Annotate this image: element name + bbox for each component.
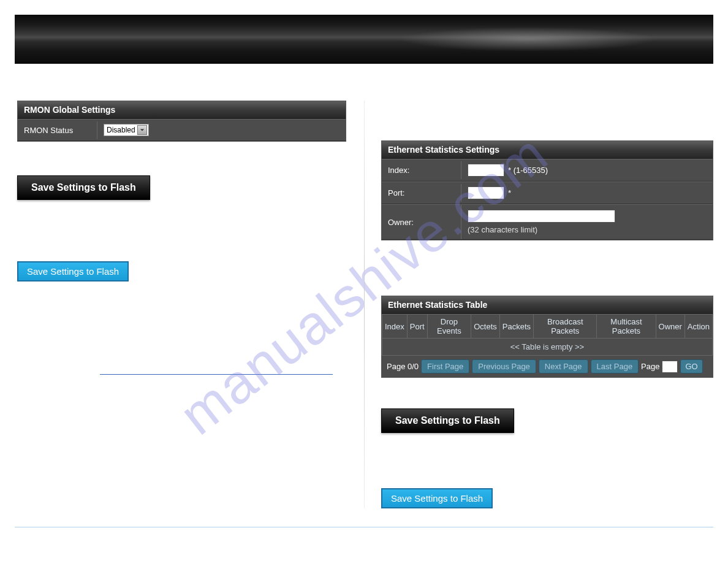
- col-multicast: Multicast Packets: [597, 315, 656, 339]
- col-drop-events: Drop Events: [427, 315, 471, 339]
- eth-owner-row: Owner: (32 characters limit): [382, 204, 713, 240]
- eth-table-header: Ethernet Statistics Table: [382, 296, 713, 314]
- link-underline: [100, 373, 333, 375]
- col-octets: Octets: [471, 315, 500, 339]
- ethernet-statistics-table-panel: Ethernet Statistics Table Index Port Dro…: [381, 296, 713, 378]
- col-broadcast: Broadcast Packets: [534, 315, 597, 339]
- last-page-button[interactable]: Last Page: [591, 359, 639, 373]
- save-settings-button-black-left[interactable]: Save Settings to Flash: [17, 175, 150, 200]
- eth-index-label: Index:: [382, 161, 461, 179]
- previous-page-button[interactable]: Previous Page: [472, 359, 536, 373]
- chevron-down-icon: [137, 125, 147, 135]
- eth-index-hint: * (1-65535): [508, 166, 548, 175]
- eth-owner-input[interactable]: [468, 210, 615, 223]
- pager: Page 0/0 First Page Previous Page Next P…: [382, 356, 713, 377]
- eth-settings-header: Ethernet Statistics Settings: [382, 141, 713, 159]
- col-packets: Packets: [499, 315, 533, 339]
- col-action: Action: [684, 315, 712, 339]
- rmon-global-settings-panel: RMON Global Settings RMON Status Disable…: [17, 101, 346, 142]
- eth-statistics-table: Index Port Drop Events Octets Packets Br…: [382, 314, 713, 356]
- page-word: Page: [641, 362, 659, 371]
- rmon-panel-header: RMON Global Settings: [18, 101, 346, 119]
- header-banner: [15, 15, 713, 64]
- rmon-status-label: RMON Status: [18, 121, 97, 139]
- eth-index-row: Index: * (1-65535): [382, 159, 713, 182]
- next-page-button[interactable]: Next Page: [539, 359, 588, 373]
- col-owner: Owner: [656, 315, 684, 339]
- eth-port-row: Port: *: [382, 182, 713, 204]
- eth-owner-label: Owner:: [382, 205, 461, 239]
- eth-owner-hint: (32 characters limit): [468, 225, 537, 234]
- save-settings-button-blue-left[interactable]: Save Settings to Flash: [17, 261, 129, 282]
- save-settings-button-blue-right[interactable]: Save Settings to Flash: [381, 488, 493, 508]
- ethernet-statistics-settings-panel: Ethernet Statistics Settings Index: * (1…: [381, 140, 713, 240]
- col-index: Index: [382, 315, 408, 339]
- page-indicator: Page 0/0: [387, 362, 419, 371]
- first-page-button[interactable]: First Page: [421, 359, 469, 373]
- rmon-status-value: Disabled: [107, 126, 135, 134]
- eth-port-label: Port:: [382, 184, 461, 202]
- table-empty-message: << Table is empty >>: [382, 339, 713, 356]
- rmon-status-select[interactable]: Disabled: [104, 124, 149, 136]
- eth-port-hint: *: [508, 188, 511, 197]
- eth-port-input[interactable]: [468, 186, 504, 199]
- column-divider: [364, 101, 365, 508]
- eth-index-input[interactable]: [468, 164, 504, 177]
- go-button[interactable]: GO: [680, 359, 702, 373]
- bottom-divider: [15, 527, 713, 527]
- save-settings-button-black-right[interactable]: Save Settings to Flash: [381, 408, 514, 433]
- page-number-input[interactable]: [662, 361, 678, 373]
- rmon-status-row: RMON Status Disabled: [18, 119, 346, 141]
- col-port: Port: [407, 315, 427, 339]
